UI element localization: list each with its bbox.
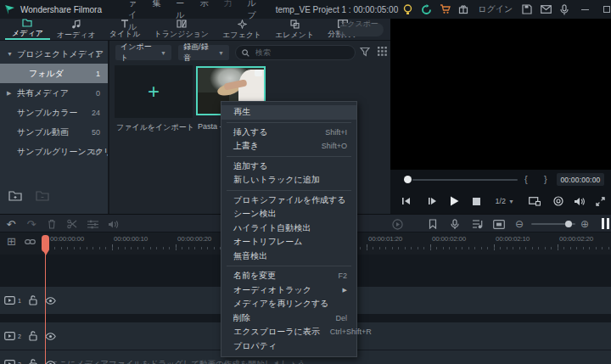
submenu-arrow-icon: ▶ [343, 287, 347, 294]
lock-icon[interactable] [29, 295, 37, 305]
ruler-timecode-label: 00:00:00:20 [177, 235, 211, 243]
context-menu-item[interactable]: 削除Del [221, 311, 356, 326]
seek-bar[interactable] [412, 179, 518, 181]
save-icon[interactable] [518, 0, 536, 19]
sidebar-item[interactable]: サンプル動画50 [0, 122, 108, 142]
context-menu-item[interactable]: オーディオトラック▶ [221, 283, 356, 298]
lock-icon[interactable] [29, 359, 37, 364]
maximize-button[interactable] [596, 0, 611, 19]
eye-icon[interactable] [45, 297, 56, 305]
seek-handle[interactable] [404, 176, 412, 183]
context-menu-item[interactable]: ハイライト自動検出 [221, 221, 356, 236]
sidebar-item[interactable]: フォルダ1 [0, 64, 108, 83]
sidebar-item[interactable]: サンプルカラー24 [0, 103, 108, 122]
context-menu-item[interactable]: 再生 [221, 105, 356, 120]
import-files-tile[interactable]: + [115, 65, 193, 118]
snapshot-camera-icon[interactable] [547, 188, 569, 214]
menubar-item[interactable]: 編集 [144, 0, 168, 33]
menubar-item[interactable]: ファイル [121, 0, 144, 33]
search-box[interactable] [235, 45, 356, 60]
context-menu-item[interactable]: 無音検出 [221, 249, 356, 264]
stop-button[interactable] [465, 188, 488, 214]
tab-media-folder[interactable]: メディア [5, 19, 50, 40]
playhead-handle[interactable] [42, 235, 49, 252]
context-menu-item[interactable]: プロキシファイルを作成する [221, 193, 356, 208]
context-menu-item[interactable]: シーン検出 [221, 207, 356, 221]
context-menu-item[interactable]: プロパティ [221, 339, 356, 354]
collapse-arrow-icon[interactable]: ▶ [7, 90, 11, 97]
export-button[interactable]: エクスポート [339, 23, 384, 36]
render-preview-icon[interactable] [390, 215, 405, 233]
previous-frame-icon[interactable] [390, 188, 421, 214]
fullscreen-icon[interactable] [590, 188, 611, 214]
menubar-item[interactable]: ツール [168, 0, 192, 33]
voiceover-mic-icon[interactable] [555, 0, 574, 19]
redo-icon[interactable]: ↷ [24, 215, 39, 233]
sync-icon[interactable] [417, 0, 435, 19]
zoom-out-icon[interactable]: ⊖ [512, 215, 527, 233]
record-voiceover-icon[interactable] [447, 215, 462, 233]
play-button[interactable] [444, 188, 465, 214]
record-dropdown[interactable]: 録画/録音▼ [178, 45, 229, 60]
ruler-timecode-label: 00:00:00:00 [50, 235, 84, 243]
tab-element[interactable]: エレメント [268, 19, 321, 40]
expand-arrow-icon[interactable]: ▼ [7, 51, 13, 57]
gift-icon[interactable] [454, 0, 473, 19]
secondary-display-icon[interactable] [522, 188, 548, 214]
sidebar-item[interactable]: ▶共有メディア0 [0, 83, 108, 103]
context-menu-item[interactable]: 名前を変更F2 [221, 269, 356, 283]
menu-item-shortcut: Ctrl+Shift+R [330, 328, 372, 336]
tab-audio-note[interactable]: オーディオ [50, 19, 103, 40]
delete-folder-icon[interactable] [36, 190, 49, 201]
login-button[interactable]: ログイン [473, 3, 518, 15]
store-cart-icon[interactable] [435, 0, 454, 19]
new-folder-icon[interactable] [8, 190, 22, 201]
adjust-sliders-icon[interactable] [85, 215, 100, 233]
volume-icon[interactable] [569, 188, 590, 214]
menu-item-label: シーン検出 [233, 208, 276, 220]
link-icon[interactable] [25, 238, 36, 245]
detach-audio-icon[interactable] [105, 215, 121, 233]
split-scissors-icon[interactable] [64, 215, 80, 233]
next-frame-icon[interactable] [421, 188, 444, 214]
context-menu-item[interactable]: オートリフレーム [221, 235, 356, 249]
add-marker-icon[interactable]: ⊞ [7, 236, 16, 247]
filter-icon[interactable] [360, 47, 370, 57]
marker-icon[interactable] [425, 215, 440, 233]
lock-icon[interactable] [29, 331, 37, 341]
menubar-item[interactable]: ヘルプ [239, 0, 263, 33]
delete-icon[interactable] [44, 215, 59, 233]
ruler-timecode-label: 00:00:02:10 [496, 235, 530, 243]
context-menu-item[interactable]: 挿入するShift+I [221, 126, 356, 140]
preview-panel: { } 00:00:00:00 1/2▼ [390, 19, 611, 214]
ruler-timecode-label: 00:00:01:20 [368, 235, 402, 243]
timeline-zoom-handle[interactable] [565, 221, 572, 227]
context-menu-item[interactable]: エクスプローラに表示Ctrl+Shift+R [221, 325, 356, 339]
grid-view-icon[interactable] [378, 47, 387, 56]
playback-speed-dropdown[interactable]: 1/2▼ [488, 188, 522, 214]
pause-icon[interactable] [602, 218, 609, 229]
undo-icon[interactable]: ↶ [3, 215, 19, 233]
mark-out-button[interactable]: } [544, 174, 547, 184]
menu-item-shortcut: Del [335, 314, 347, 322]
minimize-button[interactable] [574, 0, 596, 19]
mark-in-button[interactable]: { [524, 174, 528, 184]
search-input[interactable] [254, 48, 349, 58]
menu-item-label: メディアを再リンクする [233, 298, 328, 310]
import-dropdown[interactable]: インポート▼ [115, 45, 171, 60]
mail-icon[interactable] [536, 0, 555, 19]
menubar-item[interactable]: 出力 [216, 0, 239, 33]
tips-bulb-icon[interactable] [398, 0, 417, 19]
element-icon [290, 20, 300, 29]
context-menu-item[interactable]: 上書きShift+O [221, 139, 356, 154]
sidebar-item[interactable]: サンプルグリーンスクリーン10 [0, 142, 108, 161]
eye-icon[interactable] [45, 333, 56, 340]
zoom-in-icon[interactable]: ⊕ [577, 215, 592, 233]
sidebar-item[interactable]: ▼プロジェクトメディア1 [0, 44, 108, 64]
context-menu-item[interactable]: 新しいトラックに追加 [221, 173, 356, 188]
menubar-item[interactable]: 表示 [192, 0, 216, 33]
context-menu-item[interactable]: メディアを再リンクする [221, 297, 356, 311]
context-menu-item[interactable]: 追加する [221, 160, 356, 174]
audio-mixer-icon[interactable] [469, 215, 485, 233]
zoom-to-fit-icon[interactable] [491, 215, 507, 233]
